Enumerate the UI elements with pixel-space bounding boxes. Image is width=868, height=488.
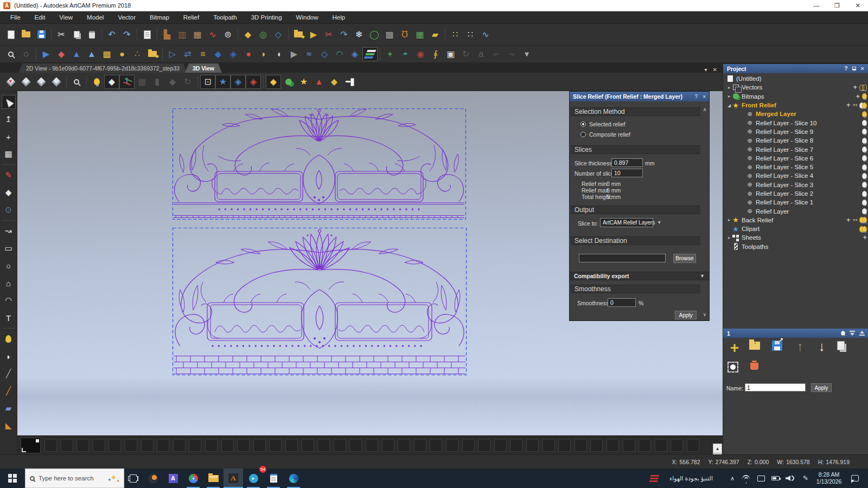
text-tool-icon[interactable]: T — [2, 311, 16, 325]
filmstrip-tile[interactable] — [173, 439, 186, 452]
vector-eraser-icon[interactable]: ◆ — [2, 185, 16, 200]
show-vectors-icon[interactable]: ★ — [215, 75, 231, 89]
two-rail-sweep-icon[interactable]: ◈ — [226, 47, 241, 61]
pen-icon[interactable]: ✎ — [800, 468, 812, 488]
tree-expander-icon[interactable]: ▸ — [726, 217, 732, 222]
filmstrip-tile[interactable] — [269, 439, 282, 452]
filmstrip-tile[interactable] — [349, 439, 362, 452]
relief-layers-icon[interactable]: ≡ — [195, 47, 210, 61]
merge-down-icon[interactable] — [850, 331, 855, 336]
tree-item-clipart[interactable]: ★Clipart — [723, 224, 868, 233]
snap-grid-icon[interactable]: ∷ — [463, 28, 478, 42]
menu-edit[interactable]: Edit — [28, 11, 53, 24]
node-edit-icon[interactable]: ↥ — [2, 112, 16, 126]
dialog-scroll-up-icon[interactable]: ∧ — [701, 107, 708, 112]
transform-tool-icon[interactable]: + — [2, 130, 16, 144]
filmstrip-tile[interactable] — [462, 439, 475, 452]
project-close-icon[interactable]: ✕ — [860, 66, 865, 72]
draw-tool-icon[interactable]: ✎ — [2, 168, 16, 182]
dialog-help-icon[interactable]: ? — [695, 94, 698, 100]
set-model-size-icon[interactable]: ▙ — [159, 28, 175, 42]
view-along-y-icon[interactable] — [34, 75, 49, 89]
measure-tool-icon[interactable]: ⊙ — [2, 203, 16, 217]
tree-item-relief-layer[interactable]: ⊕Relief Layer — [723, 207, 868, 215]
show-relief-icon[interactable]: ◈ — [231, 75, 246, 89]
polyline-tool-icon[interactable]: ↝ — [2, 224, 16, 238]
sphere-dots-icon[interactable]: ◉ — [413, 47, 428, 61]
dialog-close-icon[interactable]: × — [703, 94, 706, 100]
menu-model[interactable]: Model — [80, 11, 111, 24]
weather-icon[interactable] — [649, 468, 661, 488]
offset-icon[interactable]: ◎ — [256, 28, 271, 42]
envelope-distort-icon[interactable]: ◆ — [210, 47, 226, 61]
rotate-relief-icon[interactable]: ↻ — [458, 47, 474, 61]
offset-relief-icon[interactable]: ▷ — [165, 47, 180, 61]
volume-icon[interactable] — [783, 468, 796, 488]
menu-3d-printing[interactable]: 3D Printing — [244, 11, 289, 24]
tree-item-relief-layer-slice-10[interactable]: ⊕Relief Layer - Slice 10 — [723, 118, 868, 127]
project-help-icon[interactable]: ? — [845, 66, 848, 72]
select-layer-button[interactable] — [727, 362, 738, 373]
filmstrip-tile[interactable] — [205, 439, 218, 452]
visibility-off-icon[interactable] — [862, 129, 867, 134]
filmstrip-tile[interactable] — [221, 439, 234, 452]
preview-toggle-icon[interactable]: ⊡ — [200, 75, 215, 89]
menu-view[interactable]: View — [52, 11, 80, 24]
tree-item-relief-layer-slice-7[interactable]: ⊕Relief Layer - Slice 7 — [723, 145, 868, 153]
relief-clipart-icon[interactable] — [145, 47, 160, 61]
flatten-relief-icon[interactable]: ◇ — [317, 47, 332, 61]
filmstrip-tile[interactable] — [623, 439, 635, 452]
telegram-icon[interactable]: ▸54 — [244, 468, 263, 488]
filmstrip-tile[interactable] — [157, 439, 169, 452]
dialog-scroll-down-icon[interactable]: ∨ — [701, 312, 708, 317]
nudge-icon[interactable]: ++ — [852, 217, 857, 223]
turn-icon[interactable]: ◖ — [271, 47, 286, 61]
new-model-icon[interactable] — [3, 28, 18, 42]
wifi-icon[interactable] — [740, 468, 752, 488]
filmstrip-tile[interactable] — [639, 439, 651, 452]
spin-icon[interactable]: ◗ — [256, 47, 271, 61]
filmstrip-tile[interactable] — [302, 439, 314, 452]
visibility-pair-icon[interactable] — [859, 85, 867, 91]
nesting-icon[interactable]: ◯ — [367, 28, 382, 42]
add-icon[interactable]: + — [856, 94, 860, 99]
menu-file[interactable]: File — [3, 11, 28, 24]
distort-tool-icon[interactable]: ▦ — [2, 147, 16, 161]
view-along-x-icon[interactable] — [18, 75, 34, 89]
select-tool-icon[interactable] — [2, 95, 16, 109]
paint-tool-icon[interactable] — [2, 332, 16, 346]
add-layer-button[interactable]: + — [726, 340, 743, 356]
light-icon[interactable] — [89, 75, 104, 89]
cut-icon[interactable]: ✂ — [54, 28, 69, 42]
material-toggle-icon[interactable]: ◆ — [266, 75, 281, 89]
menu-toolpath[interactable]: Toolpath — [206, 11, 244, 24]
paste-along-curve-icon[interactable]: ◇ — [271, 28, 286, 42]
filmstrip-tile[interactable] — [526, 439, 539, 452]
vector-doctor-icon[interactable]: ✂ — [321, 28, 336, 42]
show-composite-icon[interactable]: ◈ — [246, 75, 261, 89]
filmstrip-tile[interactable] — [382, 439, 394, 452]
filmstrip-tile[interactable] — [478, 439, 490, 452]
sweep-profile-icon[interactable]: ▰ — [427, 28, 443, 42]
filmstrip-tile[interactable] — [446, 439, 458, 452]
material-icon[interactable]: ▥ — [175, 28, 190, 42]
visibility-off-icon[interactable] — [862, 182, 867, 188]
artcam-taskbar-icon[interactable]: A — [224, 468, 243, 488]
smooth-relief-icon[interactable]: ≈ — [302, 47, 317, 61]
maximize-button[interactable]: ❐ — [827, 0, 847, 11]
fillet-icon[interactable]: ↷ — [336, 28, 352, 42]
copy-icon[interactable] — [69, 28, 84, 42]
tree-item-relief-layer-slice-1[interactable]: ⊕Relief Layer - Slice 1 — [723, 198, 868, 207]
import-layer-button[interactable]: ↓ — [749, 342, 760, 350]
edge-icon[interactable] — [284, 468, 303, 488]
measure-curve-icon[interactable]: ∿ — [205, 28, 220, 42]
more-tools-icon[interactable]: ▾ — [519, 47, 534, 61]
export-vector-icon[interactable]: ▶ — [306, 28, 321, 42]
duplicate-layer-button[interactable] — [837, 341, 845, 350]
save-model-icon[interactable] — [34, 28, 49, 42]
number-of-slices-input[interactable] — [611, 169, 643, 177]
photos-app-icon[interactable] — [143, 468, 163, 488]
visibility-off-icon[interactable] — [862, 155, 867, 161]
destination-path-input[interactable] — [579, 254, 666, 262]
merge-up-icon[interactable] — [859, 331, 865, 336]
